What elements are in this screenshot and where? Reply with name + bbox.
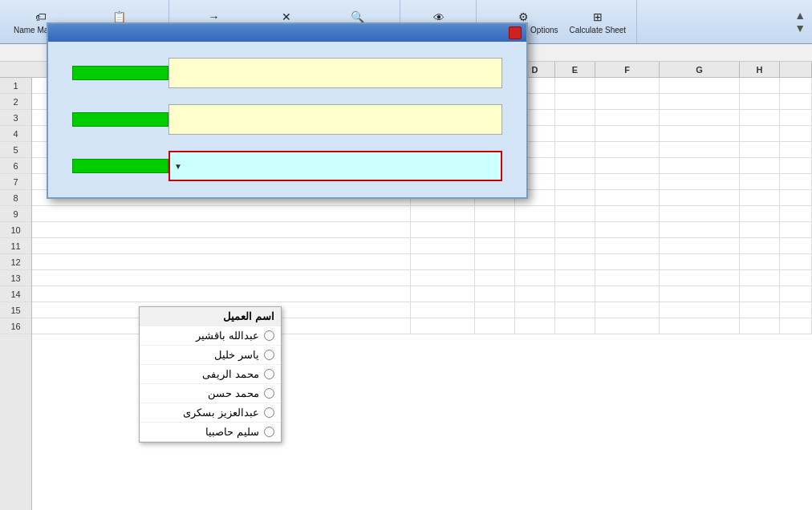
- customer-radio-option[interactable]: [264, 407, 274, 418]
- cell-13-G[interactable]: [660, 270, 740, 285]
- customer-radio-option[interactable]: [264, 330, 274, 341]
- cell-3-E[interactable]: [555, 110, 595, 125]
- customer-radio-option[interactable]: [264, 350, 274, 360]
- cell-14-E[interactable]: [555, 286, 595, 302]
- cell-7-I[interactable]: [780, 174, 812, 189]
- cell-11-G[interactable]: [660, 238, 740, 253]
- cell-13-A[interactable]: [307, 270, 411, 285]
- cell-8-E[interactable]: [555, 190, 595, 205]
- cell-12-H[interactable]: [740, 254, 780, 269]
- cell-10-G[interactable]: [660, 222, 740, 237]
- cell-13-C[interactable]: [475, 270, 515, 285]
- cell-5-I[interactable]: [780, 142, 812, 157]
- cell-11-I[interactable]: [780, 238, 812, 253]
- cell-13-I[interactable]: [780, 270, 812, 285]
- cell-15-H[interactable]: [740, 302, 780, 318]
- cell-15-D[interactable]: [515, 302, 555, 318]
- cell-15-A[interactable]: [307, 302, 411, 318]
- list-item[interactable]: سليم حاصبيا: [140, 423, 281, 442]
- cell-6-I[interactable]: [780, 158, 812, 173]
- cell-11-A[interactable]: [307, 238, 411, 253]
- cell-12-F[interactable]: [595, 254, 660, 269]
- cell-4-H[interactable]: [740, 126, 780, 141]
- cell-4-G[interactable]: [660, 126, 740, 141]
- cell-16-C[interactable]: [475, 318, 515, 334]
- cell-5-G[interactable]: [660, 142, 740, 157]
- cell-16-E[interactable]: [555, 318, 595, 334]
- cell-6-F[interactable]: [595, 158, 660, 173]
- cell-3-F[interactable]: [595, 110, 660, 125]
- combobox-arrow-icon[interactable]: ▼: [170, 152, 186, 180]
- cell-16-D[interactable]: [515, 318, 555, 334]
- cell-14-F[interactable]: [595, 286, 660, 302]
- cell-16-F[interactable]: [595, 318, 660, 334]
- cell-12-E[interactable]: [555, 254, 595, 269]
- code-input[interactable]: [168, 104, 502, 135]
- cell-2-F[interactable]: [595, 94, 660, 109]
- cell-1-H[interactable]: [740, 78, 780, 93]
- cell-7-G[interactable]: [660, 174, 740, 189]
- cell-9-I[interactable]: [780, 206, 812, 221]
- cell-14-H[interactable]: [740, 286, 780, 302]
- cell-10-H[interactable]: [740, 222, 780, 237]
- cell-1-I[interactable]: [780, 78, 812, 93]
- cell-9-F[interactable]: [595, 206, 660, 221]
- cell-2-G[interactable]: [660, 94, 740, 109]
- cell-10-C[interactable]: [475, 222, 515, 237]
- cell-15-G[interactable]: [660, 302, 740, 318]
- cell-12-C[interactable]: [475, 254, 515, 269]
- cell-5-H[interactable]: [740, 142, 780, 157]
- cell-3-G[interactable]: [660, 110, 740, 125]
- customer-combobox-input[interactable]: [170, 160, 501, 172]
- cell-14-D[interactable]: [515, 286, 555, 302]
- cell-16-A[interactable]: [307, 318, 411, 334]
- cell-15-F[interactable]: [595, 302, 660, 318]
- cell-10-E[interactable]: [555, 222, 595, 237]
- list-item[interactable]: عبدالله باقشير: [140, 326, 281, 346]
- cell-9-H[interactable]: [740, 206, 780, 221]
- cell-2-E[interactable]: [555, 94, 595, 109]
- cell-9-B[interactable]: [411, 206, 475, 221]
- cell-12-A[interactable]: [307, 254, 411, 269]
- ribbon-scroll-icon[interactable]: ▲▼: [791, 7, 809, 36]
- cell-16-G[interactable]: [660, 318, 740, 334]
- customer-radio-option[interactable]: [264, 388, 274, 399]
- cell-14-G[interactable]: [660, 286, 740, 302]
- list-item[interactable]: اسم العميل: [140, 307, 281, 326]
- cell-5-E[interactable]: [555, 142, 595, 157]
- cell-2-H[interactable]: [740, 94, 780, 109]
- cell-9-C[interactable]: [475, 206, 515, 221]
- cell-13-B[interactable]: [411, 270, 475, 285]
- cell-12-I[interactable]: [780, 254, 812, 269]
- cell-11-C[interactable]: [475, 238, 515, 253]
- cell-13-D[interactable]: [515, 270, 555, 285]
- cell-15-I[interactable]: [780, 302, 812, 318]
- list-item[interactable]: عبدالعزيز بسكرى: [140, 403, 281, 423]
- cell-8-G[interactable]: [660, 190, 740, 205]
- customer-radio-option[interactable]: [264, 427, 274, 437]
- cell-12-B[interactable]: [411, 254, 475, 269]
- cell-16-H[interactable]: [740, 318, 780, 334]
- cell-10-D[interactable]: [515, 222, 555, 237]
- cell-14-A[interactable]: [307, 286, 411, 302]
- cell-4-F[interactable]: [595, 126, 660, 141]
- cell-8-H[interactable]: [740, 190, 780, 205]
- cell-11-F[interactable]: [595, 238, 660, 253]
- cell-6-E[interactable]: [555, 158, 595, 173]
- cell-14-I[interactable]: [780, 286, 812, 302]
- cell-14-B[interactable]: [411, 286, 475, 302]
- cell-3-I[interactable]: [780, 110, 812, 125]
- cell-11-B[interactable]: [411, 238, 475, 253]
- customer-combobox[interactable]: ▼: [168, 151, 502, 181]
- cell-4-E[interactable]: [555, 126, 595, 141]
- cell-16-B[interactable]: [411, 318, 475, 334]
- cell-15-E[interactable]: [555, 302, 595, 318]
- cell-9-D[interactable]: [515, 206, 555, 221]
- cell-9-G[interactable]: [660, 206, 740, 221]
- cell-9-A[interactable]: [307, 206, 411, 221]
- cell-15-C[interactable]: [475, 302, 515, 318]
- cell-11-D[interactable]: [515, 238, 555, 253]
- cell-1-E[interactable]: [555, 78, 595, 93]
- list-item[interactable]: ياسر خليل: [140, 346, 281, 365]
- cell-14-C[interactable]: [475, 286, 515, 302]
